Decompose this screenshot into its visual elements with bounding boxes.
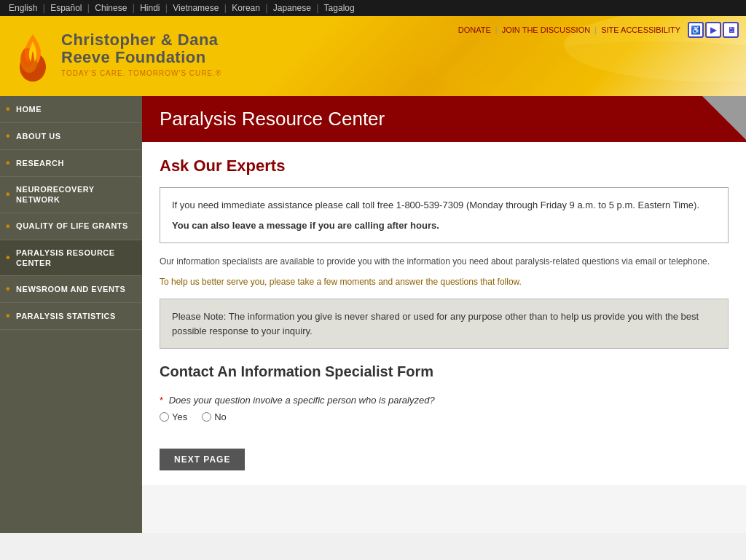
monitor-icon[interactable]: 🖥 — [723, 22, 739, 38]
radio-yes-label: Yes — [172, 411, 187, 422]
radio-yes-option[interactable]: Yes — [160, 411, 187, 422]
sidebar-item-paralysis-resource[interactable]: • PARALYSIS RESOURCE CENTER — [0, 240, 142, 277]
sidebar-item-newsroom[interactable]: • NEWSROOM AND EVENTS — [0, 276, 142, 303]
wheelchair-icon[interactable]: ♿ — [688, 22, 704, 38]
phone-info-box: If you need immediate assistance please … — [160, 187, 729, 243]
org-name: Christopher & Dana Reeve Foundation — [61, 31, 221, 66]
lang-tagalog[interactable]: Tagalog — [324, 3, 355, 13]
lang-korean[interactable]: Korean — [232, 3, 260, 13]
sidebar-item-quality-of-life[interactable]: • QUALITY OF LIFE GRANTS — [0, 213, 142, 240]
question-label: * Does your question involve a specific … — [160, 395, 729, 406]
content-area: Ask Our Experts If you need immediate as… — [142, 142, 746, 485]
join-discussion-link[interactable]: JOIN THE DISCUSSION — [502, 25, 590, 34]
sidebar-item-home[interactable]: • HOME — [0, 96, 142, 123]
bullet-icon: • — [6, 252, 10, 264]
lang-english[interactable]: English — [9, 3, 37, 13]
radio-yes-input[interactable] — [160, 412, 169, 422]
question-paralysis: * Does your question involve a specific … — [160, 395, 729, 422]
bullet-icon: • — [6, 221, 10, 232]
radio-no-label: No — [214, 411, 227, 422]
yes-no-radio-group: Yes No — [160, 411, 729, 422]
body-description: Our information specialists are availabl… — [160, 255, 729, 268]
site-accessibility-link[interactable]: SITE ACCESSIBILITY — [601, 25, 680, 34]
org-tagline: TODAY'S CARE. TOMORROW'S CURE.® — [61, 69, 221, 77]
privacy-note-text: Please Note: The information you give is… — [172, 309, 716, 338]
section-header-bar: Paralysis Resource Center — [142, 96, 746, 142]
lang-espanol[interactable]: Español — [50, 3, 82, 13]
form-title: Contact An Information Specialist Form — [160, 363, 729, 380]
sidebar-item-neurorecovery[interactable]: • NEURORECOVERY NETWORK — [0, 177, 142, 213]
logo-flame-icon — [15, 27, 51, 82]
contact-form-section: Contact An Information Specialist Form *… — [160, 363, 729, 470]
bullet-icon: • — [6, 157, 10, 169]
page-layout: • HOME • ABOUT US • RESEARCH • NEURORECO… — [0, 96, 746, 533]
radio-no-option[interactable]: No — [202, 411, 227, 422]
sidebar-item-about[interactable]: • ABOUT US — [0, 123, 142, 150]
sidebar-item-statistics[interactable]: • PARALYSIS STATISTICS — [0, 303, 142, 330]
required-indicator: * — [160, 395, 163, 406]
accessibility-icon-group: ♿ ▶ 🖥 — [688, 22, 739, 38]
bullet-icon: • — [6, 283, 10, 295]
bullet-icon: • — [6, 130, 10, 142]
bullet-icon: • — [6, 103, 10, 115]
after-hours-text: You can also leave a message if you are … — [172, 218, 716, 233]
sidebar-item-research[interactable]: • RESEARCH — [0, 150, 142, 177]
helper-text: To help us better serve you, please take… — [160, 275, 729, 288]
bullet-icon: • — [6, 189, 10, 200]
privacy-note-box: Please Note: The information you give is… — [160, 299, 729, 349]
page-title: Ask Our Experts — [160, 157, 729, 176]
section-title: Paralysis Resource Center — [160, 108, 729, 130]
radio-no-input[interactable] — [202, 412, 211, 422]
lang-chinese[interactable]: Chinese — [95, 3, 127, 13]
donate-link[interactable]: DONATE — [458, 25, 491, 34]
language-bar: English | Español | Chinese | Hindi | Vi… — [0, 0, 746, 16]
sidebar: • HOME • ABOUT US • RESEARCH • NEURORECO… — [0, 96, 142, 533]
lang-hindi[interactable]: Hindi — [140, 3, 160, 13]
lang-japanese[interactable]: Japanese — [273, 3, 311, 13]
bullet-icon: • — [6, 310, 10, 322]
header-nav-links: DONATE | JOIN THE DISCUSSION | SITE ACCE… — [458, 25, 680, 34]
play-icon[interactable]: ▶ — [705, 22, 721, 38]
phone-info-text: If you need immediate assistance please … — [172, 198, 716, 213]
header-top-links: DONATE | JOIN THE DISCUSSION | SITE ACCE… — [458, 22, 739, 38]
corner-decoration — [702, 96, 746, 140]
logo-text: Christopher & Dana Reeve Foundation TODA… — [61, 31, 221, 77]
next-page-button[interactable]: NEXT PAGE — [160, 449, 245, 470]
logo-area: Christopher & Dana Reeve Foundation TODA… — [15, 27, 221, 82]
main-content: Paralysis Resource Center Ask Our Expert… — [142, 96, 746, 533]
site-header: DONATE | JOIN THE DISCUSSION | SITE ACCE… — [0, 16, 746, 96]
lang-vietnamese[interactable]: Vietnamese — [173, 3, 219, 13]
